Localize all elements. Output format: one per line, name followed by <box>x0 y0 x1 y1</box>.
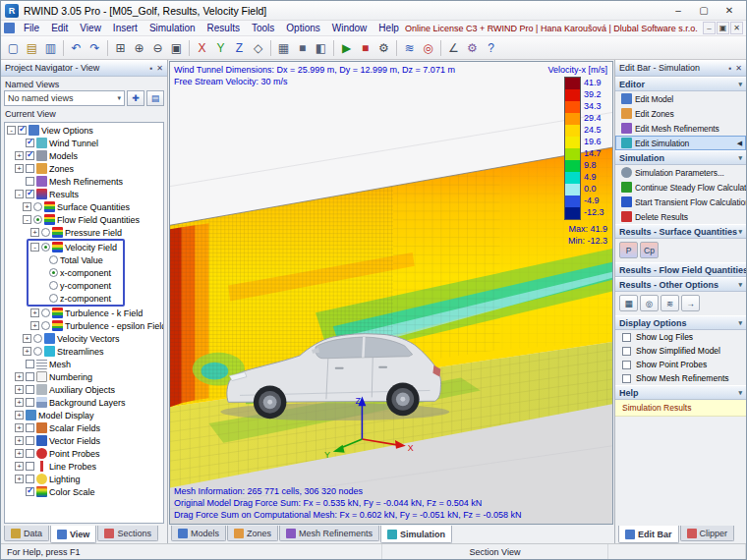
visibility-checkbox[interactable] <box>26 398 34 407</box>
expander-icon[interactable]: + <box>15 151 24 160</box>
toolbar-show-results-icon[interactable]: ≋ <box>400 38 419 57</box>
expander-icon[interactable]: - <box>30 243 39 252</box>
expander-icon[interactable]: - <box>15 190 24 198</box>
tab-data[interactable]: Data <box>4 526 49 541</box>
minimize-button[interactable]: – <box>665 2 691 20</box>
mdi-restore-button[interactable]: ▣ <box>717 22 729 34</box>
tree-item-surface-quantities[interactable]: +Surface Quantities <box>5 200 163 213</box>
editbar-item-edit-simulation[interactable]: Edit Simulation◀ <box>615 136 746 150</box>
option-checkbox[interactable] <box>622 374 631 383</box>
selection-radio[interactable] <box>33 215 42 224</box>
selection-radio[interactable] <box>33 334 42 343</box>
expander-icon[interactable]: + <box>30 308 39 317</box>
selection-radio[interactable] <box>49 255 58 264</box>
option-show-mesh-refinements[interactable]: Show Mesh Refinements <box>615 371 746 385</box>
toolbar-zoom-out-icon[interactable]: ⊖ <box>148 38 167 57</box>
expander-icon[interactable]: + <box>15 398 24 407</box>
selection-radio[interactable] <box>49 268 58 277</box>
tab-clipper[interactable]: Clipper <box>680 526 735 541</box>
menu-help[interactable]: Help <box>373 22 405 34</box>
tab-view[interactable]: View <box>50 526 96 543</box>
close-panel-icon[interactable]: ✕ <box>156 64 163 73</box>
expander-icon[interactable]: + <box>15 423 24 432</box>
selection-radio[interactable] <box>33 347 42 356</box>
tree-item-streamlines[interactable]: +Streamlines <box>5 345 163 358</box>
toolbar-display-solid-icon[interactable]: ■ <box>293 38 312 57</box>
expander-icon[interactable]: + <box>15 385 24 394</box>
option-checkbox[interactable] <box>622 361 631 369</box>
tab-mesh-refinements[interactable]: Mesh Refinements <box>279 526 379 541</box>
visibility-checkbox[interactable] <box>26 164 34 173</box>
option-show-simplified-model[interactable]: Show Simplified Model <box>615 344 746 358</box>
editbar-item-start-transient-flow-calculation[interactable]: Start Transient Flow Calculation <box>615 195 746 209</box>
cp-result-icon[interactable]: Cp <box>640 242 659 258</box>
expander-icon[interactable]: - <box>7 126 16 135</box>
tree-item-lighting[interactable]: +Lighting <box>5 473 163 485</box>
scene-3d[interactable]: Z X Y <box>170 62 612 524</box>
visibility-checkbox[interactable] <box>18 126 27 135</box>
toolbar-stop-simulation-icon[interactable]: ■ <box>356 38 374 57</box>
tree-item-background-layers[interactable]: +Background Layers <box>5 396 163 409</box>
tab-models[interactable]: Models <box>171 526 226 541</box>
menu-tools[interactable]: Tools <box>246 22 280 34</box>
selection-radio[interactable] <box>49 294 58 303</box>
option-checkbox[interactable] <box>622 333 631 342</box>
toolbar-measure-icon[interactable]: ∠ <box>444 38 463 57</box>
tab-sections[interactable]: Sections <box>97 526 158 541</box>
visibility-checkbox[interactable] <box>26 462 34 471</box>
toolbar-undo-icon[interactable]: ↶ <box>67 38 86 57</box>
tree-item-flow-field-quantities[interactable]: -Flow Field Quantities <box>5 213 163 226</box>
tree-item-color-scale[interactable]: Color Scale <box>5 485 163 498</box>
tree-item-total-value[interactable]: Total Value <box>29 253 117 266</box>
visibility-checkbox[interactable] <box>26 475 34 483</box>
tree-item-turbulence-k-field[interactable]: +Turbulence - k Field <box>5 307 163 319</box>
tab-simulation[interactable]: Simulation <box>380 526 452 543</box>
section-header-simulation[interactable]: Simulation▾ <box>615 150 746 165</box>
option-checkbox[interactable] <box>622 347 631 356</box>
expander-icon[interactable]: + <box>15 372 24 381</box>
visibility-checkbox[interactable] <box>26 385 34 394</box>
tree-item-z-component[interactable]: z-component <box>29 292 117 305</box>
visibility-checkbox[interactable] <box>26 423 34 432</box>
selection-radio[interactable] <box>41 243 50 252</box>
toolbar-view-z-icon[interactable]: Z <box>230 38 249 57</box>
visibility-checkbox[interactable] <box>26 190 34 198</box>
mdi-minimize-button[interactable]: – <box>703 22 716 34</box>
menu-file[interactable]: File <box>18 22 45 34</box>
tree-item-turbulence-epsilon-field[interactable]: +Turbulence - epsilon Field <box>5 319 163 332</box>
menu-edit[interactable]: Edit <box>45 22 74 34</box>
selection-radio[interactable] <box>41 228 50 237</box>
visibility-checkbox[interactable] <box>26 151 34 160</box>
expander-icon[interactable]: + <box>23 202 31 211</box>
editbar-item-edit-model[interactable]: Edit Model <box>615 91 746 106</box>
section-header-display-options[interactable]: Display Options▾ <box>615 315 746 330</box>
editbar-item-simulation-parameters[interactable]: Simulation Parameters... <box>615 165 746 180</box>
visibility-checkbox[interactable] <box>26 177 34 186</box>
tree-item-y-component[interactable]: y-component <box>29 279 117 292</box>
expander-icon[interactable]: + <box>30 228 39 237</box>
tree-item-line-probes[interactable]: +Line Probes <box>5 460 163 473</box>
streamlines-icon[interactable]: ≋ <box>661 295 679 311</box>
toolbar-redo-icon[interactable]: ↷ <box>86 38 104 57</box>
toolbar-run-simulation-icon[interactable]: ▶ <box>337 38 356 57</box>
option-show-log-files[interactable]: Show Log Files <box>615 330 746 344</box>
editbar-item-continue-steady-flow-calculation[interactable]: Continue Steady Flow Calculation <box>615 180 746 195</box>
toolbar-open-file-icon[interactable]: ▤ <box>23 38 41 57</box>
expander-icon[interactable]: + <box>15 475 24 483</box>
pin-icon[interactable]: ▪ <box>149 64 152 73</box>
tab-zones[interactable]: Zones <box>227 526 278 541</box>
toolbar-zoom-in-icon[interactable]: ⊕ <box>130 38 148 57</box>
editbar-item-edit-mesh-refinements[interactable]: Edit Mesh Refinements <box>615 121 746 136</box>
tree-item-pressure-field[interactable]: +Pressure Field <box>5 226 163 239</box>
visibility-checkbox[interactable] <box>26 449 34 458</box>
tree-item-mesh[interactable]: Mesh <box>5 358 163 370</box>
manage-named-views-button[interactable]: ▤ <box>146 90 164 106</box>
tree-item-zones[interactable]: +Zones <box>5 162 163 175</box>
tree-item-wind-tunnel[interactable]: Wind Tunnel <box>5 137 163 149</box>
toolbar-view-y-icon[interactable]: Y <box>211 38 230 57</box>
velocity-vectors-icon[interactable]: → <box>681 295 700 311</box>
tab-edit-bar[interactable]: Edit Bar <box>618 526 679 543</box>
mdi-close-button[interactable]: ✕ <box>730 22 743 34</box>
tree-item-scalar-fields[interactable]: +Scalar Fields <box>5 421 163 434</box>
tree-item-x-component[interactable]: x-component <box>29 266 117 279</box>
